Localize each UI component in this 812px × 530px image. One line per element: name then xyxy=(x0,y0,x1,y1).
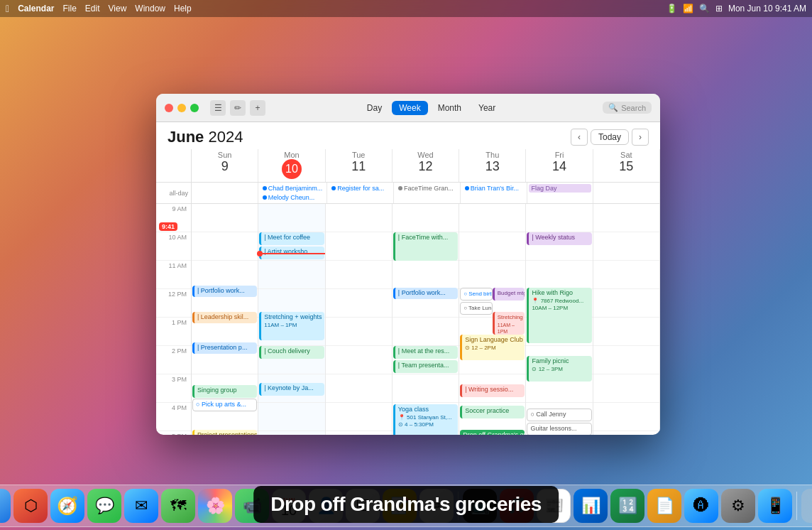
search-box[interactable]: 🔍 Search xyxy=(603,102,652,114)
dock-icon-photos[interactable]: 🌸 xyxy=(198,489,232,523)
dock-icon-trash[interactable]: 🗑 xyxy=(801,489,812,523)
calendar-month-year: June 2024 xyxy=(168,128,243,146)
tab-month[interactable]: Month xyxy=(431,101,468,115)
dock-icon-messages[interactable]: 💬 xyxy=(87,489,121,523)
time-column-header xyxy=(156,149,192,182)
day-name-mon: Mon xyxy=(284,151,299,159)
event-stretching-thu[interactable]: Stretching + weights 11AM – 1PM xyxy=(493,312,525,335)
day-header-sun: Sun 9 xyxy=(192,149,258,182)
dock-icon-appstore[interactable]: 🅐 xyxy=(684,489,718,523)
event-weekly-status[interactable]: | Weekly status xyxy=(527,232,591,245)
event-couch[interactable]: | Couch delivery xyxy=(259,346,324,359)
sidebar-toggle-button[interactable]: ☰ xyxy=(210,100,226,116)
compose-button[interactable]: ✏ xyxy=(230,100,246,116)
event-keynote[interactable]: | Keynote by Ja... xyxy=(259,383,324,396)
event-send-birthday[interactable]: ○ Send birthday... xyxy=(460,288,493,301)
dock-icon-numbers[interactable]: 🔢 xyxy=(610,489,644,523)
event-soccer[interactable]: Soccer practice xyxy=(460,406,525,418)
day-num-sat: 15 xyxy=(596,159,657,175)
day-num-thu: 13 xyxy=(462,159,522,175)
allday-event-chad[interactable]: Chad Benjaminm... xyxy=(260,184,326,193)
dock-icon-maps[interactable]: 🗺 xyxy=(161,489,195,523)
nav-prev-button[interactable]: ‹ xyxy=(571,129,588,146)
day-name-thu: Thu xyxy=(485,151,499,159)
event-portfolio-wed[interactable]: | Portfolio work... xyxy=(393,288,458,299)
control-center-icon[interactable]: ⊞ xyxy=(715,4,723,13)
allday-event-brian[interactable]: Brian Tran's Bir... xyxy=(462,184,525,193)
event-portfolio-sun[interactable]: | Portfolio work... xyxy=(192,286,257,297)
time-slot-5pm: 5 PM xyxy=(156,431,191,435)
time-slot-11am: 11 AM xyxy=(156,261,191,289)
event-sign-language[interactable]: Sign Language Club ⊙ 12 – 2PM xyxy=(460,335,525,360)
event-family-picnic[interactable]: Family picnic ⊙ 12 – 3PM xyxy=(527,356,591,382)
maximize-button[interactable] xyxy=(190,104,199,112)
allday-event-flagday[interactable]: Flag Day xyxy=(529,184,592,193)
time-column: 9:41 9 AM 10 AM 11 AM 12 PM 1 PM 2 PM 3 … xyxy=(156,204,192,435)
time-slot-2pm: 2 PM xyxy=(156,346,191,374)
allday-cell-mon: Chad Benjaminm... Melody Cheun... xyxy=(258,183,328,203)
minimize-button[interactable] xyxy=(177,104,186,112)
allday-cell-wed: FaceTime Gran... xyxy=(394,183,461,203)
event-stretching-mon[interactable]: Stretching + weights 11AM – 1PM xyxy=(259,312,324,340)
calendar-grid: 9:41 9 AM 10 AM 11 AM 12 PM 1 PM 2 PM 3 … xyxy=(156,204,660,435)
menu-file[interactable]: File xyxy=(62,4,76,13)
day-col-sat xyxy=(593,204,660,435)
event-writing[interactable]: | Writing sessio... xyxy=(460,384,525,397)
tab-year[interactable]: Year xyxy=(471,101,503,115)
event-project-presentations[interactable]: Project presentations ⊙ 6 – 7PM xyxy=(192,430,257,435)
event-leadership[interactable]: | Leadership skil... xyxy=(192,312,257,323)
event-yoga[interactable]: Yoga class 📍 501 Stanyan St,... ⊙ 4 – 5:… xyxy=(393,404,458,435)
day-num-mon: 10 xyxy=(261,159,322,179)
event-team-presenta[interactable]: | Team presenta... xyxy=(393,360,458,373)
event-call-jenny[interactable]: ○ Call Jenny xyxy=(527,409,591,421)
allday-cell-thu: Brian Tran's Bir... xyxy=(461,183,527,203)
dock-icon-keynote[interactable]: 📊 xyxy=(574,489,608,523)
menu-edit[interactable]: Edit xyxy=(85,4,100,13)
dock-icon-mail[interactable]: ✉ xyxy=(124,489,158,523)
event-pickup-arts[interactable]: ○ Pick up arts &... xyxy=(192,399,257,411)
dock-icon-settings[interactable]: ⚙ xyxy=(721,489,755,523)
menu-app-name[interactable]: Calendar xyxy=(18,4,54,13)
day-col-fri: | Weekly status Hike with Rigo 📍 7867 Re… xyxy=(526,204,593,435)
time-slot-10am: 10 AM xyxy=(156,232,191,261)
day-num-fri: 14 xyxy=(529,159,589,175)
event-facetime-wed[interactable]: | FaceTime with... xyxy=(393,232,458,261)
dock-icon-iphone-mirroring[interactable]: 📱 xyxy=(758,489,792,523)
event-hike[interactable]: Hike with Rigo 📍 7867 Redwood... 10AM – … xyxy=(527,288,591,343)
allday-cell-sun xyxy=(192,183,258,203)
allday-event-register[interactable]: Register for sa... xyxy=(329,184,392,193)
allday-event-melody[interactable]: Melody Cheun... xyxy=(260,193,326,202)
search-icon[interactable]: 🔍 xyxy=(699,4,710,13)
tab-week[interactable]: Week xyxy=(392,101,427,115)
event-budget-meeting[interactable]: Budget mtg xyxy=(493,288,525,301)
apple-logo-icon[interactable]:  xyxy=(6,3,9,14)
dock-icon-safari[interactable]: 🧭 xyxy=(50,489,84,523)
day-name-sun: Sun xyxy=(218,151,232,159)
event-meet-restaurant[interactable]: | Meet at the res... xyxy=(393,346,458,359)
event-singing[interactable]: Singing group xyxy=(192,385,257,398)
event-guitar[interactable]: Guitar lessons... xyxy=(527,423,591,435)
add-event-button[interactable]: + xyxy=(250,100,265,116)
dock-icon-launchpad[interactable]: ⬡ xyxy=(13,489,48,523)
dock-icon-pages[interactable]: 📄 xyxy=(647,489,681,523)
today-button[interactable]: Today xyxy=(591,129,629,145)
menu-help[interactable]: Help xyxy=(174,4,192,13)
menu-window[interactable]: Window xyxy=(135,4,165,13)
nav-next-button[interactable]: › xyxy=(632,129,649,146)
time-slot-9am: 9:41 9 AM xyxy=(156,204,191,232)
window-titlebar: ☰ ✏ + Day Week Month Year 🔍 Search xyxy=(156,94,660,122)
event-dropoff-grandma[interactable]: Drop off Grandma's groceries xyxy=(460,430,525,435)
desktop:  Calendar File Edit View Window Help 🔋 … xyxy=(0,0,812,530)
calendar-navigation: ‹ Today › xyxy=(571,129,649,146)
search-placeholder: Search xyxy=(621,104,646,112)
allday-event-facetime[interactable]: FaceTime Gran... xyxy=(395,184,459,193)
day-name-fri: Fri xyxy=(555,151,564,159)
tab-day[interactable]: Day xyxy=(360,101,389,115)
close-button[interactable] xyxy=(165,104,173,112)
event-presentation-sun[interactable]: | Presentation p... xyxy=(192,342,257,354)
menu-view[interactable]: View xyxy=(109,4,127,13)
dock-icon-finder[interactable]: 🖥 xyxy=(0,489,11,523)
event-take-luna[interactable]: ○ Take Luna to... xyxy=(460,302,493,315)
event-coffee[interactable]: | Meet for coffee xyxy=(259,232,324,245)
day-col-wed: | FaceTime with... | Portfolio work... |… xyxy=(393,204,459,435)
